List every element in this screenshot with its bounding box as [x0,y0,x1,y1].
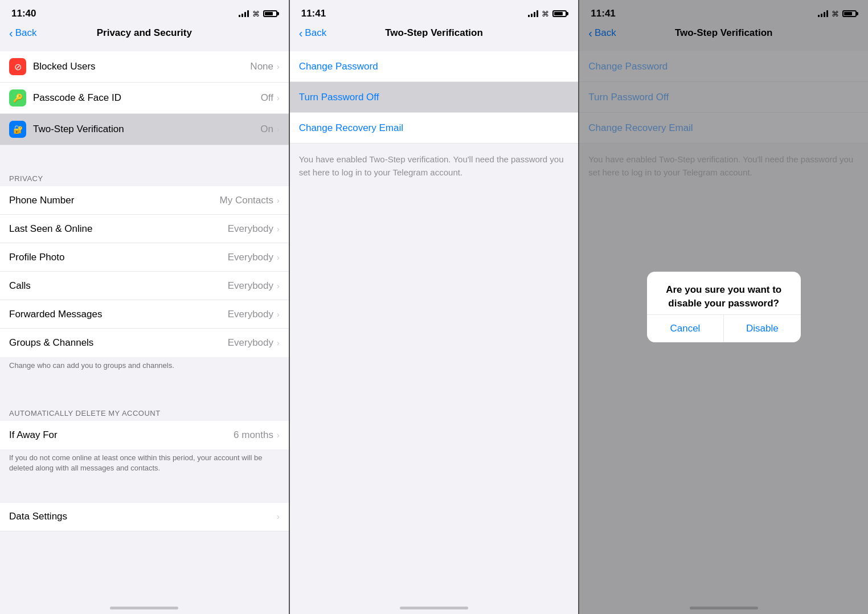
last-seen-label: Last Seen & Online [9,223,228,235]
nav-bar-2: ‹ Back Two-Step Verification [290,23,579,46]
dialog-title: Are you sure you want to disable your pa… [647,272,801,315]
disable-button[interactable]: Disable [724,315,801,342]
groups-channels-item[interactable]: Groups & Channels Everybody › [0,329,289,357]
groups-channels-label: Groups & Channels [9,337,228,349]
blocked-users-chevron: › [277,62,280,71]
top-gap-1 [0,46,289,51]
phone-number-label: Phone Number [9,195,220,206]
blocked-users-value: None [250,61,273,72]
forwarded-messages-item[interactable]: Forwarded Messages Everybody › [0,300,289,329]
two-step-label: Two-Step Verification [33,124,260,135]
blocked-users-label: Blocked Users [33,61,250,72]
cancel-label: Cancel [670,323,700,334]
calls-item[interactable]: Calls Everybody › [0,272,289,300]
status-icons-2: ⌘ [528,10,567,18]
data-settings-label: Data Settings [9,511,277,522]
profile-photo-item[interactable]: Profile Photo Everybody › [0,243,289,272]
data-settings-chevron: › [277,512,280,521]
back-chevron-2: ‹ [299,27,303,39]
change-password-item[interactable]: Change Password [290,51,579,82]
nav-title-2: Two-Step Verification [385,27,483,39]
top-gap-2 [290,46,579,51]
data-settings-item[interactable]: Data Settings › [0,503,289,531]
calls-chevron: › [277,281,280,290]
last-seen-value: Everybody [228,223,273,235]
back-button-2[interactable]: ‹ Back [299,27,326,39]
change-recovery-email-label: Change Recovery Email [299,122,403,134]
groups-channels-chevron: › [277,338,280,347]
back-label-1: Back [15,27,37,39]
back-button-1[interactable]: ‹ Back [9,27,36,39]
panel-two-step-verification: 11:41 ⌘ ‹ Back Two-Step Verification Cha… [290,0,579,614]
back-label-2: Back [305,27,326,39]
passcode-value: Off [261,92,273,104]
if-away-chevron: › [277,431,280,440]
status-icons-1: ⌘ [239,10,277,18]
groups-footer: Change who can add you to groups and cha… [0,357,289,380]
change-password-label: Change Password [299,61,378,72]
phone-number-value: My Contacts [220,195,273,206]
passcode-item[interactable]: 🔑 Passcode & Face ID Off › [0,83,289,114]
if-away-item[interactable]: If Away For 6 months › [0,421,289,449]
phone-number-chevron: › [277,196,280,205]
last-seen-chevron: › [277,224,280,234]
if-away-label: If Away For [9,429,234,441]
profile-photo-value: Everybody [228,252,273,263]
privacy-section-header: PRIVACY [0,165,289,186]
dialog-buttons: Cancel Disable [647,314,801,342]
blocked-users-icon: ⊘ [9,58,26,75]
home-indicator-2 [400,607,468,609]
auto-delete-header: AUTOMATICALLY DELETE MY ACCOUNT [0,400,289,421]
phone-number-item[interactable]: Phone Number My Contacts › [0,186,289,215]
last-seen-item[interactable]: Last Seen & Online Everybody › [0,215,289,243]
passcode-chevron: › [277,93,280,103]
two-step-chevron: › [277,125,280,134]
section-gap-auto-delete [0,380,289,400]
disable-label: Disable [746,323,779,334]
panel-privacy-security: 11:40 ⌘ ‹ Back Privacy and Security ⊘ [0,0,289,614]
auto-delete-footer: If you do not come online at least once … [0,449,289,482]
home-indicator-1 [110,607,178,609]
two-step-icon: 🔐 [9,121,26,138]
forwarded-messages-value: Everybody [228,309,273,320]
wifi-icon-2: ⌘ [542,10,549,18]
passcode-label: Passcode & Face ID [33,92,261,104]
section-gap-privacy [0,145,289,165]
calls-value: Everybody [228,280,273,292]
turn-password-off-item[interactable]: Turn Password Off [290,82,579,113]
turn-password-off-label: Turn Password Off [299,92,379,103]
two-step-item[interactable]: 🔐 Two-Step Verification On › [0,114,289,145]
battery-icon-1 [263,10,277,17]
nav-bar-1: ‹ Back Privacy and Security [0,23,289,46]
status-time-2: 11:41 [301,8,326,19]
nav-title-1: Privacy and Security [97,27,192,39]
status-time-1: 11:40 [11,8,36,19]
dialog-backdrop: Are you sure you want to disable your pa… [579,0,868,614]
forwarded-messages-label: Forwarded Messages [9,309,228,320]
signal-icon-1 [239,10,249,17]
two-step-value: On [260,124,273,135]
profile-photo-label: Profile Photo [9,252,228,263]
status-bar-2: 11:41 ⌘ [290,0,579,23]
section-gap-data [0,483,289,503]
blocked-users-item[interactable]: ⊘ Blocked Users None › [0,51,289,83]
calls-label: Calls [9,280,228,292]
change-recovery-email-item[interactable]: Change Recovery Email [290,113,579,144]
panel-confirm-disable: 11:41 ⌘ ‹ Back Two-Step Verification Cha… [579,0,868,614]
back-chevron-1: ‹ [9,27,13,39]
if-away-value: 6 months [234,429,273,441]
passcode-icon: 🔑 [9,89,26,107]
confirm-dialog: Are you sure you want to disable your pa… [647,272,801,343]
cancel-button[interactable]: Cancel [647,315,724,342]
tsv-description-2: You have enabled Two-Step verification. … [290,144,579,188]
status-bar-1: 11:40 ⌘ [0,0,289,23]
wifi-icon-1: ⌘ [252,10,260,18]
battery-icon-2 [552,10,567,17]
groups-channels-value: Everybody [228,337,273,349]
profile-photo-chevron: › [277,253,280,262]
forwarded-messages-chevron: › [277,310,280,319]
signal-icon-2 [528,10,538,17]
